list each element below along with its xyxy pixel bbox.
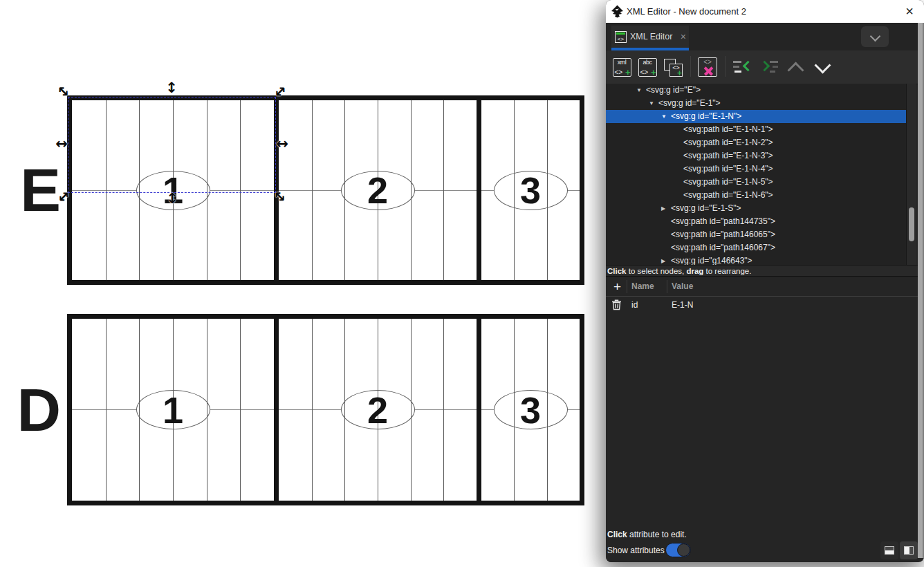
column-line — [139, 319, 140, 501]
xml-tree-node[interactable]: <svg:path id="E-1-N-1"> — [606, 123, 906, 136]
xml-toolbar: xml <> + abc <> + <> + — [606, 50, 918, 84]
move-node-up-button[interactable] — [784, 55, 807, 79]
xml-editor-dialog: XML Editor - New document 2 × <> XML Edi… — [606, 0, 924, 562]
duplicate-node-button[interactable]: <> + — [660, 55, 684, 79]
dialog-title: XML Editor - New document 2 — [627, 0, 746, 23]
section-divider — [477, 100, 481, 280]
xml-tree-node[interactable]: <svg:path id="E-1-N-2"> — [606, 136, 906, 149]
column-line — [312, 319, 313, 501]
delete-node-icon: <> — [698, 57, 717, 77]
xml-tree-node[interactable]: <svg:path id="E-1-N-5"> — [606, 176, 906, 189]
toggle-knob — [677, 543, 690, 557]
chevron-down-icon — [814, 57, 831, 73]
attributes-header: + Name Value — [606, 276, 918, 297]
row-letter-d[interactable]: D — [15, 375, 61, 445]
selection-handle-w[interactable]: ↔ — [54, 136, 69, 151]
column-line — [443, 319, 444, 501]
xml-node-text: <svg:g id="E-1-S"> — [671, 203, 741, 213]
xml-tree-node[interactable]: ▶<svg:g id="g146643"> — [606, 254, 906, 265]
new-text-node-button[interactable]: abc <> + — [636, 55, 659, 79]
expander-open-icon[interactable]: ▼ — [636, 84, 646, 97]
add-attribute-button[interactable]: + — [609, 278, 626, 295]
tab-xml-editor[interactable]: <> XML Editor × — [611, 26, 689, 48]
xml-tree-node[interactable]: <svg:path id="path144735"> — [606, 215, 906, 228]
delete-node-button[interactable]: <> — [696, 55, 719, 79]
expander-open-icon[interactable]: ▼ — [661, 110, 671, 123]
xml-tree-node[interactable]: ▼<svg:g id="E-1"> — [606, 97, 906, 110]
duplicate-node-icon: <> + — [661, 56, 683, 78]
xml-node-text: <svg:path id="E-1-N-1"> — [683, 124, 773, 134]
column-line — [411, 319, 412, 501]
row-letter-e[interactable]: E — [15, 156, 61, 225]
new-element-node-icon: xml <> + — [613, 58, 631, 77]
tree-scrollbar[interactable] — [906, 84, 916, 265]
xml-tree-node[interactable]: <svg:path id="E-1-N-6"> — [606, 189, 906, 202]
xml-node-text: <svg:path id="path144735"> — [671, 216, 775, 226]
column-line — [411, 100, 412, 280]
attribute-name[interactable]: id — [631, 297, 638, 313]
window-edge-strip — [917, 23, 924, 558]
toolbar-separator — [725, 56, 726, 77]
xml-tree-node[interactable]: ▶<svg:g id="E-1-S"> — [606, 202, 906, 215]
expander-open-icon[interactable]: ▼ — [649, 97, 658, 110]
chevron-up-icon — [787, 62, 804, 78]
expander-closed-icon[interactable]: ▶ — [661, 254, 671, 265]
delete-attribute-icon[interactable] — [611, 299, 622, 313]
xml-node-text: <svg:path id="E-1-N-4"> — [683, 164, 773, 174]
header-separator — [627, 280, 627, 293]
selection-handle-s[interactable]: ↕ — [165, 191, 180, 206]
selection-bounding-box — [68, 97, 276, 193]
column-line — [207, 319, 207, 501]
column-line — [312, 100, 313, 280]
header-separator — [667, 280, 667, 293]
xml-node-text: <svg:path id="path146067"> — [671, 243, 775, 252]
section-divider — [477, 319, 481, 501]
xml-tree-node[interactable]: ▼<svg:g id="E-1-N"> — [606, 110, 906, 123]
attr-name-header: Name — [631, 277, 654, 297]
vertical-layout-button[interactable] — [900, 541, 918, 559]
dialog-content: <> XML Editor × xml <> + abc <> — [606, 23, 918, 562]
rows-layout-icon — [885, 546, 894, 555]
unindent-node-button[interactable] — [732, 55, 755, 79]
xml-node-text: <svg:path id="E-1-N-5"> — [683, 177, 773, 187]
xml-tree-node[interactable]: ▼<svg:g id="E"> — [606, 84, 906, 97]
horizontal-layout-button[interactable] — [880, 541, 898, 559]
attr-value-header: Value — [672, 277, 693, 297]
xml-node-text: <svg:g id="E"> — [646, 85, 701, 95]
tree-scrollbar-thumb[interactable] — [909, 207, 914, 241]
move-node-down-button[interactable] — [811, 55, 834, 79]
tab-close-icon[interactable]: × — [681, 26, 686, 48]
xml-tree-node[interactable]: <svg:path id="E-1-N-3"> — [606, 149, 906, 162]
column-line — [344, 100, 345, 280]
tree-status-hint: Click to select nodes, drag to rearrange… — [606, 265, 918, 276]
section-number[interactable]: 3 — [503, 168, 558, 212]
attribute-edit-hint: Click attribute to edit. — [607, 530, 687, 539]
xml-node-text: <svg:path id="path146065"> — [671, 230, 775, 239]
panel-menu-button[interactable] — [861, 26, 889, 47]
xml-editor-icon: <> — [615, 31, 627, 43]
section-number[interactable]: 2 — [350, 388, 405, 432]
show-attributes-toggle[interactable] — [665, 543, 691, 557]
expander-closed-icon[interactable]: ▶ — [661, 202, 671, 215]
xml-node-text: <svg:g id="g146643"> — [671, 256, 752, 265]
close-icon[interactable]: × — [900, 2, 918, 20]
section-number[interactable]: 1 — [145, 388, 201, 432]
dialog-titlebar[interactable]: XML Editor - New document 2 × — [606, 0, 924, 23]
unindent-node-icon — [733, 59, 754, 75]
attribute-value[interactable]: E-1-N — [672, 297, 693, 313]
xml-tree-node[interactable]: <svg:path id="path146067"> — [606, 241, 906, 254]
new-element-node-button[interactable]: xml <> + — [610, 55, 634, 79]
indent-node-button[interactable] — [758, 55, 782, 79]
section-divider — [274, 319, 279, 501]
attribute-row[interactable]: id E-1-N — [606, 297, 918, 313]
xml-tree-node[interactable]: <svg:path id="path146065"> — [606, 228, 906, 241]
columns-layout-icon — [904, 546, 914, 555]
figure-row-d[interactable]: 123D — [67, 314, 584, 505]
selection-handle-e[interactable]: ↔ — [275, 136, 290, 151]
section-number[interactable]: 3 — [503, 388, 558, 432]
selection-handle-n[interactable]: ↕ — [164, 80, 179, 95]
show-attributes-label: Show attributes — [607, 543, 665, 558]
xml-tree-node[interactable]: <svg:path id="E-1-N-4"> — [606, 162, 906, 176]
xml-node-text: <svg:path id="E-1-N-6"> — [683, 190, 773, 200]
section-number[interactable]: 2 — [350, 168, 405, 212]
